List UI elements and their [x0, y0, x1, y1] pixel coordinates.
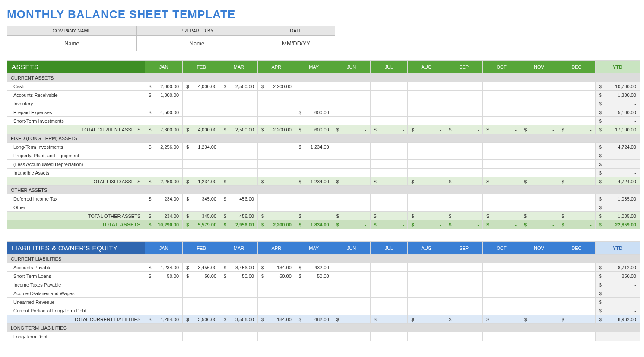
data-cell[interactable]: [183, 169, 220, 177]
data-cell[interactable]: [295, 203, 333, 212]
data-cell[interactable]: $456.00: [220, 194, 258, 203]
ytd-cell[interactable]: $-: [595, 151, 640, 160]
data-cell[interactable]: [520, 203, 558, 212]
data-cell[interactable]: [183, 203, 220, 212]
subtotal-cell[interactable]: $-: [370, 177, 408, 186]
data-cell[interactable]: [483, 143, 520, 151]
data-cell[interactable]: [558, 194, 595, 203]
data-cell[interactable]: $3,456.00: [220, 263, 258, 272]
subtotal-cell[interactable]: $-: [370, 212, 408, 220]
data-cell[interactable]: [445, 108, 483, 117]
data-cell[interactable]: [483, 108, 520, 117]
subtotal-cell[interactable]: $-: [558, 212, 595, 220]
data-cell[interactable]: $1,234.00: [295, 143, 333, 151]
data-cell[interactable]: [295, 82, 333, 91]
data-cell[interactable]: [333, 160, 370, 169]
data-cell[interactable]: [520, 280, 558, 289]
data-cell[interactable]: [183, 160, 220, 169]
data-cell[interactable]: [333, 332, 370, 341]
ytd-cell[interactable]: $-: [595, 306, 640, 315]
data-cell[interactable]: [408, 143, 445, 151]
data-cell[interactable]: [333, 143, 370, 151]
data-cell[interactable]: $50.00: [145, 272, 183, 280]
data-cell[interactable]: [220, 160, 258, 169]
subtotal-cell[interactable]: $7,800.00: [145, 125, 183, 134]
ytd-cell[interactable]: $8,712.00: [595, 263, 640, 272]
data-cell[interactable]: [220, 91, 258, 99]
data-cell[interactable]: [257, 99, 295, 108]
data-cell[interactable]: [408, 280, 445, 289]
data-cell[interactable]: [445, 82, 483, 91]
ytd-cell[interactable]: $-: [595, 169, 640, 177]
data-cell[interactable]: [370, 203, 408, 212]
data-cell[interactable]: [370, 91, 408, 99]
data-cell[interactable]: [220, 280, 258, 289]
subtotal-cell[interactable]: $-: [520, 177, 558, 186]
data-cell[interactable]: [220, 169, 258, 177]
data-cell[interactable]: [520, 306, 558, 315]
data-cell[interactable]: [558, 263, 595, 272]
data-cell[interactable]: [183, 117, 220, 125]
data-cell[interactable]: [445, 298, 483, 306]
data-cell[interactable]: [295, 117, 333, 125]
data-cell[interactable]: [558, 272, 595, 280]
data-cell[interactable]: [445, 263, 483, 272]
data-cell[interactable]: [333, 91, 370, 99]
subtotal-cell[interactable]: $234.00: [145, 212, 183, 220]
data-cell[interactable]: [558, 289, 595, 298]
data-cell[interactable]: [408, 82, 445, 91]
data-cell[interactable]: [370, 99, 408, 108]
data-cell[interactable]: [483, 117, 520, 125]
data-cell[interactable]: [520, 263, 558, 272]
data-cell[interactable]: [483, 169, 520, 177]
grand-cell[interactable]: $1,834.00: [295, 220, 333, 229]
info-value-company[interactable]: Name: [7, 36, 137, 51]
subtotal-cell[interactable]: $-: [558, 125, 595, 134]
data-cell[interactable]: [520, 117, 558, 125]
data-cell[interactable]: [408, 332, 445, 341]
data-cell[interactable]: [183, 91, 220, 99]
data-cell[interactable]: $2,256.00: [145, 143, 183, 151]
data-cell[interactable]: $2,500.00: [220, 82, 258, 91]
data-cell[interactable]: [333, 82, 370, 91]
data-cell[interactable]: [145, 99, 183, 108]
ytd-cell[interactable]: $5,100.00: [595, 108, 640, 117]
subtotal-cell[interactable]: $1,234.00: [183, 177, 220, 186]
data-cell[interactable]: [445, 117, 483, 125]
subtotal-cell[interactable]: $-: [483, 177, 520, 186]
data-cell[interactable]: $4,500.00: [145, 108, 183, 117]
grand-cell[interactable]: $-: [408, 220, 445, 229]
data-cell[interactable]: [408, 203, 445, 212]
ytd-cell[interactable]: $-: [595, 117, 640, 125]
subtotal-cell[interactable]: $3,506.00: [220, 315, 258, 324]
data-cell[interactable]: [520, 160, 558, 169]
data-cell[interactable]: [370, 151, 408, 160]
ytd-cell[interactable]: $-: [595, 160, 640, 169]
data-cell[interactable]: [183, 99, 220, 108]
subtotal-cell[interactable]: $-: [333, 177, 370, 186]
grand-cell[interactable]: $10,290.00: [145, 220, 183, 229]
data-cell[interactable]: [520, 194, 558, 203]
subtotal-cell[interactable]: $-: [333, 125, 370, 134]
data-cell[interactable]: [257, 117, 295, 125]
subtotal-cell[interactable]: $1,234.00: [295, 177, 333, 186]
grand-cell[interactable]: $-: [333, 220, 370, 229]
subtotal-cell[interactable]: $2,500.00: [220, 125, 258, 134]
data-cell[interactable]: [145, 160, 183, 169]
subtotal-cell[interactable]: $-: [520, 212, 558, 220]
data-cell[interactable]: [520, 82, 558, 91]
data-cell[interactable]: [520, 91, 558, 99]
data-cell[interactable]: [483, 306, 520, 315]
data-cell[interactable]: [183, 298, 220, 306]
data-cell[interactable]: [333, 272, 370, 280]
data-cell[interactable]: [257, 194, 295, 203]
subtotal-cell[interactable]: $-: [520, 315, 558, 324]
data-cell[interactable]: [408, 169, 445, 177]
data-cell[interactable]: [295, 160, 333, 169]
data-cell[interactable]: [220, 298, 258, 306]
subtotal-cell[interactable]: $4,000.00: [183, 125, 220, 134]
data-cell[interactable]: [145, 306, 183, 315]
data-cell[interactable]: [558, 117, 595, 125]
subtotal-cell[interactable]: $345.00: [183, 212, 220, 220]
data-cell[interactable]: [520, 332, 558, 341]
